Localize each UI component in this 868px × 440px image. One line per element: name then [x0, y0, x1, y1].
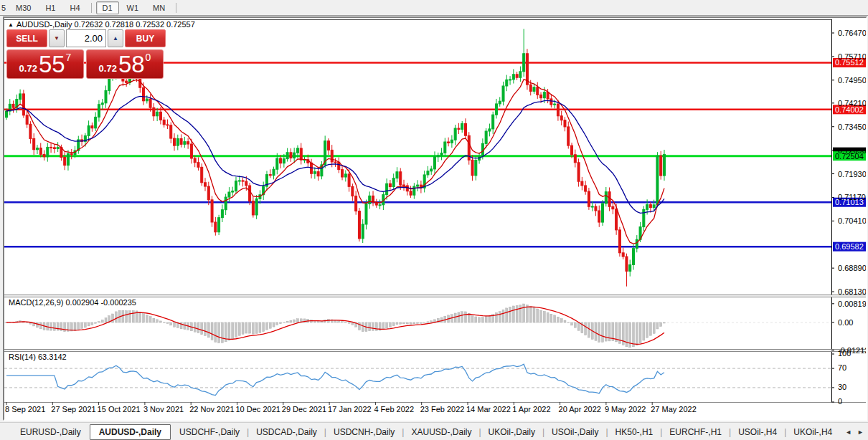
- price-axis-tick: 0.71170: [838, 193, 866, 201]
- chart-tab-eurchf-h1[interactable]: EURCHF-,H1: [662, 425, 729, 439]
- chart-tab-usoil-h4[interactable]: USOil-,H4: [731, 425, 784, 439]
- macd-signal-line: [6, 307, 664, 344]
- sell-price-base: 0.72: [19, 63, 37, 78]
- moving-average-line: [6, 96, 664, 213]
- toolbar-separator: [91, 3, 92, 13]
- sell-price-sup: 7: [66, 50, 72, 63]
- sell-button[interactable]: SELL: [6, 29, 47, 47]
- one-click-trade-panel: SELL ▼ ▲ BUY 0.72 55 7 0.72 58 0: [6, 29, 164, 79]
- price-axis-tick: 0.76470: [838, 29, 866, 37]
- svg-text:0.69582: 0.69582: [835, 242, 864, 251]
- chart-collapse-icon[interactable]: ▲: [8, 21, 14, 28]
- chart-tab-ukoil-h4[interactable]: UKOil-,H4: [786, 425, 839, 439]
- buy-price-big: 58: [118, 52, 145, 76]
- timeframe-buttons: M30H1H4D1W1MN: [9, 1, 180, 14]
- timeframe-button-h4[interactable]: H4: [63, 1, 86, 14]
- spin-down-icon: ▼: [54, 35, 60, 42]
- chart-title: ▲AUDUSD-,Daily 0.72632 0.72818 0.72532 0…: [8, 20, 195, 29]
- volume-input[interactable]: [66, 29, 106, 47]
- tab-scroll-arrows: ◄ ►: [845, 429, 868, 436]
- price-axis-tick: 0.70410: [838, 216, 866, 225]
- buy-button[interactable]: BUY: [125, 29, 166, 47]
- date-axis-label: 27 May 2022: [651, 405, 697, 413]
- rsi-axis-tick: 30: [838, 383, 846, 391]
- macd-label: MACD(12,26,9) 0.002904 -0.000235: [9, 298, 136, 307]
- date-axis-label: 10 Dec 2021: [236, 405, 280, 413]
- price-axis-tick: 0.73450: [838, 123, 866, 131]
- price-axis-tick: 0.75710: [838, 52, 866, 61]
- chart-tab-audusd-daily[interactable]: AUDUSD-,Daily: [90, 424, 171, 440]
- price-axis-tick: 0.72690: [838, 146, 866, 155]
- sell-price-big: 55: [39, 52, 65, 76]
- price-axis-tick: 0.68130: [838, 287, 866, 296]
- chart-ohlc-values: 0.72632 0.72818 0.72532 0.72557: [75, 20, 195, 29]
- tab-scroll-right-icon[interactable]: ►: [857, 429, 864, 436]
- price-axis-tick: 0.71930: [838, 170, 866, 178]
- date-axis-label: 15 Oct 2021: [98, 405, 141, 413]
- chart-tab-bar: EURUSD-,DailyAUDUSD-,DailyUSDCHF-,Daily|…: [0, 422, 868, 440]
- date-axis-label: 8 Sep 2021: [5, 405, 45, 413]
- rsi-axis-tick: 100: [838, 349, 851, 358]
- volume-increase-button[interactable]: ▲: [108, 29, 123, 47]
- date-axis-label: 4 Feb 2022: [374, 405, 414, 413]
- chart-tab-hk50-h1[interactable]: HK50-,H1: [608, 425, 661, 439]
- date-axis-label: 29 Dec 2021: [282, 405, 326, 413]
- price-axis-tick: 0.74210: [838, 99, 866, 107]
- toolbar-separator: [176, 3, 176, 13]
- date-axis-label: 20 Apr 2022: [559, 405, 601, 413]
- date-axis-label: 17 Jan 2022: [328, 405, 372, 413]
- date-axis-label: 14 Mar 2022: [466, 405, 511, 413]
- macd-axis-tick: 0.00: [838, 318, 853, 327]
- date-axis-label: 27 Sep 2021: [51, 405, 95, 413]
- timeframe-button-w1[interactable]: W1: [121, 1, 146, 14]
- timeframe-button-mn[interactable]: MN: [146, 1, 171, 14]
- date-axis-label: 22 Nov 2021: [189, 405, 234, 413]
- rsi-axis-tick: 0: [838, 397, 842, 406]
- chart-tab-usdchf-daily[interactable]: USDCHF-,Daily: [172, 425, 247, 439]
- buy-price-box[interactable]: 0.72 58 0: [86, 49, 164, 79]
- tab-scroll-left-icon[interactable]: ◄: [845, 429, 852, 436]
- chart-tab-xauusd-daily[interactable]: XAUUSD-,Daily: [404, 425, 478, 439]
- volume-decrease-button[interactable]: ▼: [49, 29, 65, 47]
- rsi-label: RSI(14) 63.3142: [9, 353, 67, 361]
- buy-price-base: 0.72: [99, 63, 117, 78]
- macd-histogram: [6, 304, 666, 348]
- chart-tab-ukoil-daily[interactable]: UKOil-,Daily: [481, 425, 542, 439]
- timeframe-button-h1[interactable]: H1: [39, 1, 62, 14]
- price-axis-tick: 0.68890: [838, 264, 866, 272]
- date-axis-label: 1 Apr 2022: [512, 405, 550, 413]
- chart-tab-usoil-daily[interactable]: USOil-,Daily: [544, 425, 605, 439]
- macd-axis-tick: 0.008197: [838, 300, 866, 308]
- chart-tab-eurusd-daily[interactable]: EURUSD-,Daily: [13, 425, 88, 439]
- timeframe-button-d1[interactable]: D1: [96, 1, 119, 14]
- price-axis-tick: 0.74950: [838, 76, 866, 85]
- timeframe-button-m30[interactable]: M30: [9, 1, 37, 14]
- spin-up-icon: ▲: [113, 35, 118, 42]
- buy-price-sup: 0: [146, 50, 151, 63]
- chart-tab-usdcnh-daily[interactable]: USDCNH-,Daily: [326, 425, 402, 439]
- chart-symbol-label: AUDUSD-,Daily: [16, 20, 72, 29]
- chart-client[interactable]: 0.755120.740020.725040.710130.69582 ▲AUD…: [4, 18, 866, 419]
- date-axis-label: 23 Feb 2022: [420, 405, 465, 413]
- date-axis-label: 3 Nov 2021: [143, 405, 184, 413]
- sell-price-box[interactable]: 0.72 55 7: [6, 49, 84, 79]
- timeframe-clipped[interactable]: 5: [0, 2, 9, 14]
- date-axis-label: 9 May 2022: [605, 405, 646, 413]
- chart-tab-strip: EURUSD-,DailyAUDUSD-,DailyUSDCHF-,Daily|…: [0, 423, 839, 440]
- timeframe-toolbar: 5 M30H1H4D1W1MN: [0, 0, 868, 16]
- rsi-axis-tick: 70: [838, 363, 846, 372]
- chart-window: 0.755120.740020.725040.710130.69582 ▲AUD…: [3, 16, 867, 421]
- rsi-line: [6, 364, 664, 395]
- chart-tab-usdcad-daily[interactable]: USDCAD-,Daily: [249, 425, 324, 439]
